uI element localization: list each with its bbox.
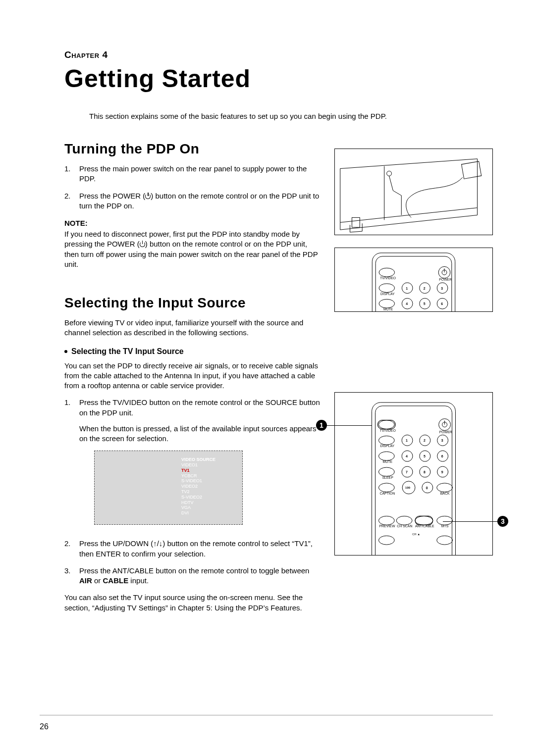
svg-text:ANT/CABLE: ANT/CABLE [415, 524, 434, 528]
svg-point-50 [378, 516, 394, 525]
svg-text:POWER: POWER [439, 430, 452, 434]
svg-text:CAPTION: CAPTION [379, 492, 395, 495]
chapter-label: Chapter 4 [64, 50, 495, 60]
step-number: 1. [64, 164, 79, 184]
vs-header: VIDEO SOURCE [181, 457, 215, 462]
subsection-label: Selecting the TV Input Source [71, 347, 184, 355]
svg-text:6: 6 [441, 454, 443, 458]
step-body: Press the UP/DOWN (↑/↓) button on the re… [79, 539, 322, 559]
step-number: 3. [64, 566, 79, 586]
vs-item: S-VIDEO1 [181, 478, 215, 484]
step-number: 2. [64, 191, 79, 211]
svg-text:SLEEP: SLEEP [382, 476, 393, 479]
svg-point-1 [387, 171, 392, 176]
svg-text:CH ▲: CH ▲ [412, 533, 420, 536]
svg-text:0: 0 [426, 486, 428, 490]
svg-point-10 [379, 299, 395, 308]
step-2-2: 2. Press the UP/DOWN (↑/↓) button on the… [64, 539, 322, 559]
svg-point-29 [378, 420, 394, 429]
step-body: Press the POWER () button on the remote … [79, 191, 322, 211]
svg-rect-2 [462, 161, 482, 179]
svg-point-9 [379, 284, 395, 293]
step-text: Press the ANT/CABLE button on the remote… [79, 566, 309, 575]
bullet-icon [64, 350, 67, 353]
svg-text:4: 4 [406, 302, 408, 305]
svg-text:TV/VIDEO: TV/VIDEO [379, 429, 396, 432]
svg-point-46 [378, 483, 394, 492]
power-icon [140, 242, 145, 247]
page-number: 26 [40, 722, 49, 731]
step-text: input. [128, 576, 149, 585]
step-text: Press the POWER ( [79, 192, 145, 200]
page-title: Getting Started [64, 64, 495, 93]
vs-item: HDTV [181, 500, 215, 505]
note-body: If you need to disconnect power, first p… [64, 229, 322, 269]
svg-text:DISPLAY: DISPLAY [380, 292, 395, 296]
vs-item: VGA [181, 505, 215, 510]
svg-point-38 [378, 452, 394, 460]
marker-line [327, 425, 372, 426]
figure-remote-full: TV/VIDEO POWER DISPLAY 123 MUTE 456 SLEE… [334, 392, 493, 555]
step-number: 2. [64, 539, 79, 559]
svg-text:5: 5 [424, 454, 426, 458]
svg-text:TV/VIDEO: TV/VIDEO [380, 276, 396, 280]
video-source-list: VIDEO SOURCE VIDEO1 TV1 YCBCR S-VIDEO1 V… [181, 457, 215, 516]
vs-item-selected: TV1 [181, 468, 215, 473]
step-body: Press the TV/VIDEO button on the remote … [79, 398, 322, 444]
svg-rect-33 [377, 420, 395, 429]
figure-remote-top: TV/VIDEO POWER DISPLAY MUTE 123 456 [334, 248, 493, 312]
step-indent: When the button is pressed, a list of th… [79, 424, 322, 444]
svg-text:DISPLAY: DISPLAY [380, 444, 394, 448]
svg-text:MTS: MTS [441, 524, 449, 528]
svg-text:2: 2 [424, 287, 426, 290]
svg-point-52 [415, 516, 433, 525]
vs-item: TV2 [181, 489, 215, 495]
footer-divider [40, 715, 493, 715]
svg-text:9: 9 [441, 470, 443, 474]
svg-text:100: 100 [405, 486, 411, 489]
power-icon [145, 194, 151, 199]
svg-point-5 [379, 268, 395, 277]
svg-text:BACK: BACK [440, 492, 450, 495]
paragraph: You can set the PDP to directly receive … [64, 361, 322, 391]
step-1-1: 1. Press the main power switch on the re… [64, 164, 322, 184]
svg-text:2: 2 [424, 439, 426, 442]
arrow-icon: ↑/↓ [153, 539, 162, 548]
svg-text:1: 1 [406, 287, 408, 290]
svg-text:PREVIEW: PREVIEW [379, 524, 395, 528]
svg-text:MUTE: MUTE [382, 460, 392, 463]
bold-air: AIR [79, 576, 92, 585]
step-text: Press the UP/DOWN ( [79, 539, 153, 548]
svg-point-55 [378, 536, 394, 545]
svg-text:4: 4 [406, 454, 408, 458]
svg-point-51 [396, 516, 412, 525]
svg-text:POWER: POWER [439, 278, 452, 281]
step-1-2: 2. Press the POWER () button on the remo… [64, 191, 322, 211]
vs-item: VIDEO1 [181, 462, 215, 468]
svg-text:1: 1 [406, 439, 408, 442]
svg-point-53 [437, 516, 453, 525]
marker-3: 3 [497, 516, 508, 527]
step-body: Press the ANT/CABLE button on the remote… [79, 566, 322, 586]
figure-rear-panel [334, 149, 493, 235]
subsection-title: Selecting the TV Input Source [64, 347, 322, 356]
step-2-1: 1. Press the TV/VIDEO button on the remo… [64, 398, 322, 444]
svg-point-56 [437, 536, 453, 545]
note-label: NOTE: [64, 219, 322, 227]
svg-text:8: 8 [424, 470, 426, 474]
video-source-dialog: VIDEO SOURCE VIDEO1 TV1 YCBCR S-VIDEO1 V… [94, 451, 243, 525]
vs-item: DVI [181, 510, 215, 516]
marker-line [443, 521, 497, 522]
svg-text:3: 3 [441, 287, 443, 290]
outro: You can also set the TV input source usi… [64, 593, 322, 613]
step-text: or [92, 576, 103, 585]
vs-item: YCBCR [181, 473, 215, 479]
step-body: Press the main power switch on the rear … [79, 164, 322, 184]
section-intro: Before viewing TV or video input, famili… [64, 318, 322, 338]
step-text: Press the TV/VIDEO button on the remote … [79, 398, 320, 416]
step-number: 1. [64, 398, 79, 444]
svg-point-42 [378, 467, 394, 476]
svg-text:6: 6 [441, 302, 443, 305]
svg-point-49 [437, 483, 453, 492]
bold-cable: CABLE [103, 576, 129, 585]
